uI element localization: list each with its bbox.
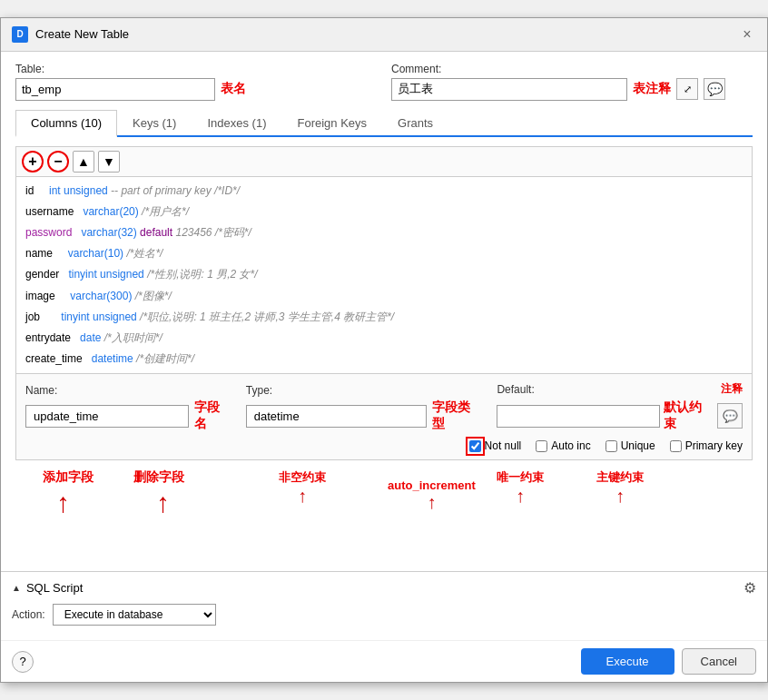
primary-key-annotation-label: 主键约束 — [596, 470, 644, 484]
comment-annotation: 表注释 — [633, 81, 671, 97]
unique-checkbox[interactable] — [606, 440, 617, 452]
sql-section: ▲ SQL Script ⚙ Action: Execute in databa… — [1, 571, 767, 640]
not-null-group: Not null — [469, 439, 522, 452]
add-field-annotation-group: 添加字段 — [43, 469, 94, 486]
primary-key-annotation: 主键约束 ↑ — [596, 469, 644, 507]
create-table-dialog: D Create New Table × Table: 表名 Comment: … — [0, 17, 768, 684]
not-null-checkbox[interactable] — [469, 440, 481, 452]
dialog-body: Table: 表名 Comment: 表注释 ⤢ 💬 Columns (10) … — [1, 52, 767, 572]
column-row-create-time[interactable]: create_time datetime /*创建时间*/ — [16, 349, 752, 370]
column-row-image[interactable]: image varchar(300) /*图像*/ — [16, 286, 752, 307]
cancel-button[interactable]: Cancel — [682, 648, 756, 675]
add-field-annotation: 添加字段 — [43, 469, 94, 484]
unique-label: Unique — [621, 439, 655, 452]
sql-section-label: SQL Script — [26, 581, 83, 595]
column-row-job[interactable]: job tinyint unsigned /*职位,说明: 1 班主任,2 讲师… — [16, 307, 752, 328]
comment-input[interactable] — [391, 78, 627, 101]
delete-field-annotation-group: 删除字段 — [133, 469, 184, 486]
annotations-area: 添加字段 删除字段 ↑ ↑ 非空约束 ↑ auto_increment ↑ 唯一… — [15, 469, 753, 560]
primary-key-checkbox[interactable] — [670, 440, 682, 452]
column-row-username[interactable]: username varchar(20) /*用户名*/ — [16, 202, 752, 222]
auto-inc-checkbox[interactable] — [536, 440, 547, 452]
table-name-input[interactable] — [15, 78, 215, 101]
add-column-button[interactable]: + — [22, 151, 44, 173]
comment-note-button[interactable]: 💬 — [704, 78, 725, 100]
delete-column-button[interactable]: − — [47, 151, 69, 173]
help-button[interactable]: ? — [12, 651, 34, 673]
tab-indexes[interactable]: Indexes (1) — [192, 110, 281, 135]
field-default-group: Default: 注释 默认约束 💬 — [497, 381, 743, 432]
field-type-input[interactable] — [246, 405, 427, 428]
column-row-entrydate[interactable]: entrydate date /*入职时间*/ — [16, 328, 752, 349]
unique-group: Unique — [606, 439, 655, 452]
title-bar: D Create New Table × — [1, 18, 767, 52]
auto-inc-annotation-label: auto_increment — [388, 478, 476, 492]
column-row-name[interactable]: name varchar(10) /*姓名*/ — [16, 243, 752, 264]
dialog-title: Create New Table — [35, 27, 129, 41]
not-null-annotation-label: 非空约束 — [279, 470, 326, 484]
auto-increment-annotation: auto_increment ↑ — [388, 478, 476, 513]
action-row: Action: Execute in database Save to file… — [12, 604, 756, 626]
dialog-footer: ? Execute Cancel — [1, 640, 767, 682]
footer-buttons: Execute Cancel — [581, 648, 756, 675]
move-up-button[interactable]: ▲ — [73, 151, 94, 173]
tab-grants[interactable]: Grants — [382, 110, 448, 135]
column-row-password[interactable]: password varchar(32) default 123456 /*密码… — [16, 222, 752, 243]
sql-triangle-icon: ▲ — [12, 583, 21, 593]
app-icon: D — [12, 26, 28, 43]
field-type-annotation: 字段类型 — [432, 399, 483, 432]
comment-label: Comment: — [391, 63, 753, 75]
column-row-gender[interactable]: gender tinyint unsigned /*性别,说明: 1 男,2 女… — [16, 264, 752, 285]
comment-group: Comment: 表注释 ⤢ 💬 — [391, 63, 753, 101]
auto-inc-label: Auto inc — [551, 439, 590, 452]
unique-annotation-label: 唯一约束 — [497, 470, 544, 484]
add-arrow: ↑ — [56, 489, 70, 517]
field-default-input[interactable] — [497, 405, 660, 428]
table-input-row: 表名 — [15, 78, 377, 101]
columns-section: + − ▲ ▼ id int unsigned -- part of prima… — [15, 146, 753, 461]
delete-arrow: ↑ — [156, 489, 170, 517]
columns-toolbar: + − ▲ ▼ — [16, 147, 752, 177]
field-details-top: Name: 字段名 Type: 字段类型 — [25, 381, 743, 432]
unique-annotation: 唯一约束 ↑ — [497, 469, 544, 507]
tab-foreign-keys[interactable]: Foreign Keys — [281, 110, 382, 135]
field-details: Name: 字段名 Type: 字段类型 — [16, 373, 752, 459]
comment-expand-button[interactable]: ⤢ — [676, 78, 698, 100]
action-select[interactable]: Execute in database Save to file Copy to… — [53, 604, 216, 626]
close-button[interactable]: × — [738, 25, 756, 44]
auto-inc-group: Auto inc — [536, 439, 590, 452]
not-null-annotation: 非空约束 ↑ — [279, 469, 326, 507]
gear-icon[interactable]: ⚙ — [743, 579, 756, 596]
col-type: int unsigned — [49, 184, 108, 197]
not-null-label: Not null — [485, 439, 522, 452]
table-name-group: Table: 表名 — [15, 63, 377, 101]
tab-keys[interactable]: Keys (1) — [117, 110, 192, 135]
comment-row: 表注释 ⤢ 💬 — [391, 78, 753, 101]
col-name: id — [25, 184, 34, 197]
field-name-label: Name: — [25, 384, 231, 397]
col-comment: -- part of primary key /*ID*/ — [111, 184, 240, 197]
field-name-annotation: 字段名 — [194, 399, 231, 432]
primary-key-group: Primary key — [670, 439, 743, 452]
field-default-annotation: 注释 — [721, 381, 743, 397]
column-row-id[interactable]: id int unsigned -- part of primary key /… — [16, 181, 752, 202]
table-name-annotation: 表名 — [221, 81, 246, 97]
field-name-input[interactable] — [25, 405, 189, 428]
execute-button[interactable]: Execute — [581, 648, 674, 675]
field-default-label: Default: — [497, 383, 534, 396]
field-type-group: Type: 字段类型 — [246, 384, 483, 432]
field-comment-button[interactable]: 💬 — [717, 403, 743, 429]
tabs-row: Columns (10) Keys (1) Indexes (1) Foreig… — [15, 110, 753, 137]
field-details-bottom: Not null Auto inc Unique Primary key — [25, 439, 743, 452]
sql-header: ▲ SQL Script ⚙ — [12, 579, 756, 596]
delete-field-annotation: 删除字段 — [133, 469, 184, 484]
primary-key-label: Primary key — [685, 439, 743, 452]
default-annotation-label: 默认约束 — [664, 399, 714, 432]
table-name-label: Table: — [15, 63, 377, 75]
move-down-button[interactable]: ▼ — [98, 151, 120, 173]
field-name-group: Name: 字段名 — [25, 384, 231, 432]
tab-columns[interactable]: Columns (10) — [15, 110, 117, 137]
columns-list: id int unsigned -- part of primary key /… — [16, 177, 752, 374]
top-fields-row: Table: 表名 Comment: 表注释 ⤢ 💬 — [15, 63, 753, 101]
field-type-label: Type: — [246, 384, 483, 397]
